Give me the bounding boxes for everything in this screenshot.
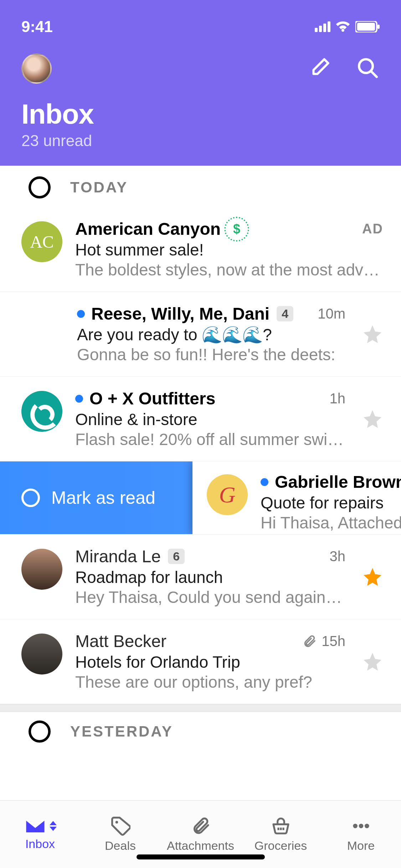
sender-avatar: G — [207, 474, 248, 515]
email-subject: Quote for repairs — [261, 493, 401, 512]
app-header: 9:41 Inbox 23 unread — [0, 0, 401, 166]
email-preview: These are our options, any pref? — [75, 672, 345, 692]
email-time: 3h — [330, 548, 346, 564]
search-button[interactable] — [356, 56, 380, 81]
email-time: 10m — [318, 306, 345, 322]
tab-label: Inbox — [25, 837, 55, 851]
section-header-yesterday: YESTERDAY — [0, 712, 401, 743]
wifi-icon — [335, 21, 350, 32]
email-subject: Hot summer sale! — [75, 240, 383, 259]
status-time: 9:41 — [21, 18, 53, 36]
unread-dot-icon — [75, 395, 83, 403]
email-preview: Hey Thaisa, Could you send again? I … — [75, 588, 345, 607]
email-subject: Roadmap for launch — [75, 568, 345, 587]
svg-point-5 — [115, 821, 118, 823]
star-toggle[interactable] — [362, 408, 383, 430]
email-time: 15h — [322, 633, 345, 649]
sender-name: Matt Becker — [75, 631, 166, 651]
attachment-icon — [302, 634, 317, 649]
sender-avatar: AC — [21, 221, 62, 262]
star-toggle[interactable] — [362, 651, 383, 672]
email-list[interactable]: TODAY AC American Canyon $ AD Hot summer… — [0, 166, 401, 800]
email-subject: Hotels for Orlando Trip — [75, 652, 345, 672]
select-all-toggle[interactable] — [29, 720, 51, 743]
sender-avatar — [21, 634, 62, 675]
status-bar: 9:41 — [0, 11, 401, 39]
email-row[interactable]: AC American Canyon $ AD Hot summer sale!… — [0, 207, 401, 292]
svg-point-9 — [353, 824, 357, 828]
sender-name: Miranda Le — [75, 547, 161, 566]
tab-label: Groceries — [255, 839, 307, 853]
sender-avatar — [21, 549, 62, 590]
ad-label: AD — [362, 221, 383, 237]
email-row[interactable]: Reese, Willy, Me, Dani 4 10m Are you rea… — [0, 292, 401, 377]
tab-label: More — [347, 839, 375, 853]
svg-line-4 — [371, 71, 377, 77]
email-preview: The boldest styles, now at the most adve… — [75, 260, 383, 279]
home-indicator[interactable] — [137, 854, 265, 859]
select-all-toggle[interactable] — [29, 176, 51, 198]
sender-name: O + X Outfitters — [89, 389, 215, 408]
tab-inbox[interactable]: Inbox — [0, 801, 80, 868]
thread-count: 6 — [168, 549, 185, 564]
sender-avatar — [21, 306, 64, 349]
thread-count: 4 — [277, 306, 293, 321]
svg-point-11 — [365, 824, 369, 828]
swipe-action-label: Mark as read — [51, 487, 155, 508]
email-time: 1h — [330, 391, 346, 407]
svg-rect-1 — [357, 23, 375, 31]
sender-name: American Canyon — [75, 219, 221, 239]
page-title: Inbox — [21, 98, 380, 130]
sender-name: Gabrielle Brown — [275, 472, 401, 492]
compose-button[interactable] — [308, 56, 331, 81]
tab-label: Attachments — [167, 839, 234, 853]
email-row-swiped[interactable]: Mark as read G Gabrielle Brown Quote for… — [0, 461, 401, 534]
svg-point-10 — [359, 824, 363, 828]
section-label: YESTERDAY — [70, 723, 173, 740]
battery-icon — [355, 21, 380, 32]
star-toggle[interactable] — [362, 566, 383, 588]
section-divider — [0, 704, 401, 712]
email-row[interactable]: O + X Outfitters 1h Online & in-store Fl… — [0, 377, 401, 461]
email-row[interactable]: Miranda Le 6 3h Roadmap for launch Hey T… — [0, 534, 401, 619]
section-header-today: TODAY — [0, 166, 401, 207]
star-toggle[interactable] — [362, 324, 383, 345]
mark-read-icon — [21, 489, 40, 507]
deal-icon: $ — [228, 220, 246, 238]
email-preview: Flash sale! 20% off all summer swim… — [75, 430, 345, 449]
unread-dot-icon — [77, 310, 85, 318]
cellular-icon — [315, 21, 330, 32]
sender-name: Reese, Willy, Me, Dani — [91, 304, 269, 324]
email-subject: Are you ready to 🌊🌊🌊? — [77, 325, 345, 344]
unread-count: 23 unread — [21, 132, 380, 150]
email-row[interactable]: Matt Becker 15h Hotels for Orlando Trip … — [0, 619, 401, 704]
tab-label: Deals — [105, 839, 136, 853]
section-label: TODAY — [70, 179, 128, 196]
email-preview: Hi Thaisa, Attached — [261, 513, 401, 532]
email-subject: Online & in-store — [75, 410, 345, 429]
sender-avatar — [21, 391, 62, 432]
tab-more[interactable]: More — [321, 801, 401, 868]
unread-dot-icon — [261, 478, 268, 486]
profile-avatar[interactable] — [21, 53, 52, 84]
email-preview: Gonna be so fun!! Here's the deets: — [77, 345, 345, 364]
svg-rect-2 — [377, 25, 380, 29]
